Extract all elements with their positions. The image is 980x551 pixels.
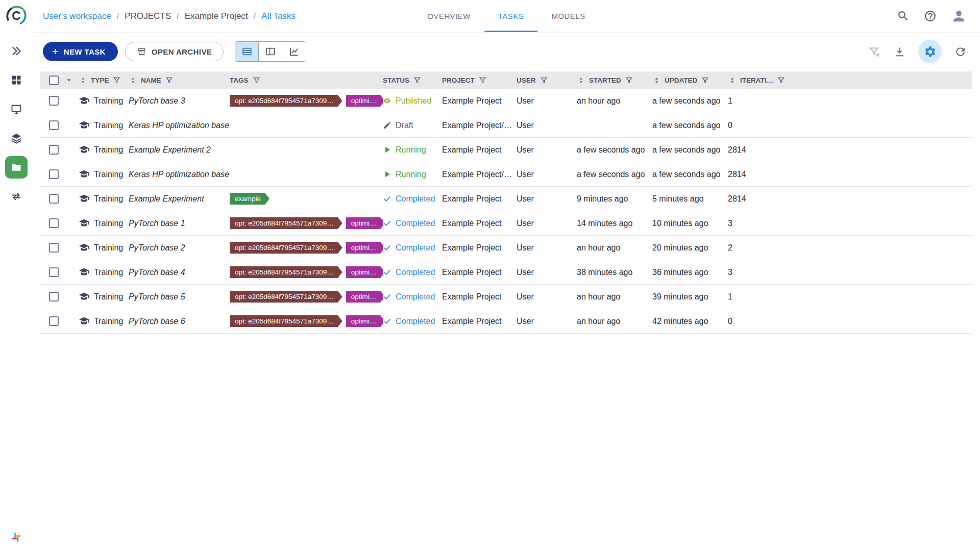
split-view-button[interactable] — [259, 42, 282, 61]
table-row[interactable]: TrainingPyTorch base 3opt: e205d684f7954… — [40, 89, 972, 113]
row-checkbox[interactable] — [49, 218, 59, 228]
row-name[interactable]: Keras HP optimization base — [129, 121, 230, 130]
filter-icon[interactable] — [540, 76, 548, 85]
filter-icon[interactable] — [252, 76, 261, 85]
table-row[interactable]: TrainingPyTorch base 1opt: e205d684f7954… — [40, 211, 972, 236]
sort-icon[interactable] — [728, 76, 737, 85]
table-row[interactable]: TrainingExample Experiment 2RunningExamp… — [40, 138, 972, 162]
tab-models[interactable]: MODELS — [537, 0, 599, 32]
tag[interactable]: example — [230, 193, 270, 205]
sidebar-item-dashboard[interactable] — [5, 69, 28, 91]
row-checkbox[interactable] — [49, 145, 59, 155]
tag[interactable]: opt: e205d684f7954571a7309… — [230, 266, 342, 278]
sidebar: C — [0, 0, 33, 551]
sort-icon[interactable] — [129, 76, 137, 85]
tag[interactable]: optimi… — [346, 95, 383, 107]
column-header-started[interactable]: STARTED — [577, 76, 652, 85]
row-name[interactable]: PyTorch base 1 — [129, 219, 230, 228]
select-menu-caret[interactable] — [64, 76, 79, 85]
row-name[interactable]: Example Experiment — [129, 194, 230, 204]
column-header-tags[interactable]: TAGS — [230, 76, 383, 85]
table-row[interactable]: TrainingKeras HP optimization baseDraftE… — [40, 113, 972, 138]
row-type: Training — [79, 120, 129, 131]
tag[interactable]: optimi… — [346, 217, 383, 229]
row-name[interactable]: PyTorch base 4 — [129, 268, 230, 277]
clear-filters-button[interactable] — [868, 45, 881, 58]
row-checkbox[interactable] — [49, 243, 59, 253]
filter-icon[interactable] — [625, 76, 633, 85]
row-started: 14 minutes ago — [577, 219, 652, 228]
column-header-updated[interactable]: UPDATED — [652, 76, 728, 85]
filter-icon[interactable] — [112, 76, 121, 85]
help-button[interactable] — [924, 10, 937, 22]
column-header-user[interactable]: USER — [517, 76, 577, 85]
open-archive-button[interactable]: OPEN ARCHIVE — [125, 42, 224, 61]
profile-button[interactable] — [951, 8, 967, 24]
sidebar-item-expand[interactable] — [5, 40, 28, 62]
slack-button[interactable] — [10, 531, 23, 544]
chart-view-button[interactable] — [282, 42, 306, 61]
sort-icon[interactable] — [652, 76, 661, 85]
row-checkbox[interactable] — [49, 194, 59, 204]
column-header-type[interactable]: TYPE — [79, 76, 129, 85]
row-name[interactable]: PyTorch base 3 — [129, 96, 230, 106]
tag[interactable]: optimi… — [346, 242, 383, 254]
row-checkbox[interactable] — [49, 120, 59, 130]
clearml-logo[interactable]: C — [5, 4, 28, 28]
sidebar-item-datasets[interactable] — [5, 127, 28, 149]
tab-tasks[interactable]: TASKS — [484, 0, 538, 32]
row-name[interactable]: PyTorch base 2 — [129, 243, 230, 253]
sort-icon[interactable] — [79, 76, 87, 85]
row-checkbox[interactable] — [49, 316, 59, 326]
row-name[interactable]: Keras HP optimization base — [129, 170, 230, 179]
table-row[interactable]: TrainingPyTorch base 2opt: e205d684f7954… — [40, 236, 972, 260]
filter-icon[interactable] — [478, 76, 487, 85]
sidebar-item-projects[interactable] — [5, 156, 28, 179]
sidebar-item-pipelines[interactable] — [5, 185, 28, 208]
tag[interactable]: opt: e205d684f7954571a7309… — [230, 242, 342, 254]
column-header-status[interactable]: STATUS — [383, 76, 442, 85]
auto-refresh-button[interactable] — [954, 45, 967, 58]
new-task-button[interactable]: + NEW TASK — [43, 42, 118, 61]
column-header-iter[interactable]: ITERATI… — [728, 76, 789, 85]
row-name[interactable]: PyTorch base 5 — [129, 292, 230, 302]
sidebar-item-workers[interactable] — [5, 98, 28, 120]
table-row[interactable]: TrainingExample ExperimentexampleComplet… — [40, 187, 972, 211]
tag[interactable]: optimi… — [346, 266, 383, 278]
table-row[interactable]: TrainingPyTorch base 6opt: e205d684f7954… — [40, 309, 972, 334]
table-view-button[interactable] — [235, 42, 259, 61]
row-type: Training — [79, 267, 129, 278]
settings-button[interactable] — [918, 40, 942, 63]
filter-icon[interactable] — [777, 76, 786, 85]
row-checkbox[interactable] — [49, 267, 59, 277]
sort-icon[interactable] — [577, 76, 585, 85]
download-button[interactable] — [893, 45, 906, 58]
table-row[interactable]: TrainingKeras HP optimization baseRunnin… — [40, 162, 972, 187]
table-row[interactable]: TrainingPyTorch base 5opt: e205d684f7954… — [40, 285, 972, 309]
table-row[interactable]: TrainingPyTorch base 4opt: e205d684f7954… — [40, 260, 972, 285]
row-checkbox-cell — [40, 292, 64, 302]
breadcrumb-item[interactable]: User's workspace — [43, 11, 111, 21]
help-icon — [924, 10, 937, 22]
tag[interactable]: opt: e205d684f7954571a7309… — [230, 217, 342, 229]
tab-overview[interactable]: OVERVIEW — [413, 0, 484, 32]
tag[interactable]: opt: e205d684f7954571a7309… — [230, 315, 342, 327]
breadcrumb-item[interactable]: All Tasks — [261, 11, 296, 21]
row-name[interactable]: Example Experiment 2 — [129, 145, 230, 155]
select-all-checkbox[interactable] — [49, 76, 59, 85]
filter-icon[interactable] — [165, 76, 174, 85]
filter-icon[interactable] — [701, 76, 709, 85]
filter-icon[interactable] — [413, 76, 422, 85]
row-status: Completed — [383, 268, 442, 277]
search-button[interactable] — [897, 10, 910, 22]
tag[interactable]: optimi… — [346, 315, 383, 327]
row-name[interactable]: PyTorch base 6 — [129, 317, 230, 326]
tag[interactable]: opt: e205d684f7954571a7309… — [230, 291, 342, 303]
row-checkbox[interactable] — [49, 169, 59, 179]
tag[interactable]: optimi… — [346, 291, 383, 303]
column-header-project[interactable]: PROJECT — [442, 76, 517, 85]
row-checkbox[interactable] — [49, 292, 59, 302]
row-checkbox[interactable] — [49, 96, 59, 106]
tag[interactable]: opt: e205d684f7954571a7309… — [230, 95, 342, 107]
column-header-name[interactable]: NAME — [129, 76, 230, 85]
